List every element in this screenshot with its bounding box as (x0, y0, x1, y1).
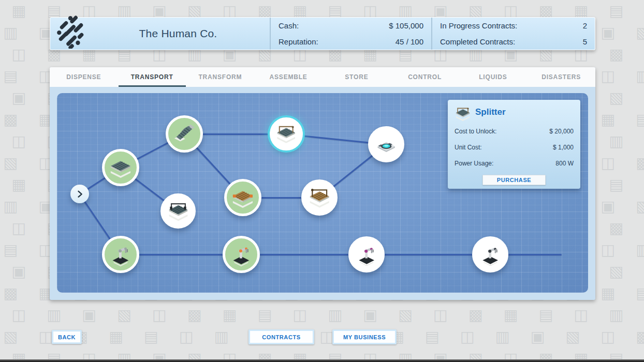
tech-node-crank-conveyor[interactable] (301, 179, 338, 216)
tech-node-robot-arm-4[interactable] (472, 236, 508, 273)
ramp-conveyor-icon (168, 118, 200, 150)
tech-node-roller-conveyor[interactable] (224, 179, 261, 216)
tab-transport[interactable]: TRANSPORT (118, 67, 186, 87)
header-stat-row: In Progress Contracts:2 (432, 18, 595, 34)
company-name: The Human Co. (86, 27, 270, 40)
robot-arm-icon (475, 239, 506, 270)
detail-row: Power Usage:800 W (455, 160, 574, 167)
company-header-left: The Human Co. (50, 18, 270, 50)
detail-value: $ 20,000 (549, 128, 574, 135)
detail-row: Unit Cost:$ 1,000 (455, 144, 574, 151)
back-button[interactable]: BACK (52, 330, 82, 344)
screen-bottom-edge (0, 359, 644, 362)
tech-node-clamp-conveyor[interactable] (160, 193, 196, 229)
game-screen: ▦ ▤ ◫ ▥ ▣ ▧ ◫ ▩ ▦ ▤ ◫ ▥ ▣ ▧ ◫ ▩ ▦ ▤ ◫ ▥ … (0, 0, 644, 362)
header-cash-reputation: Cash:$ 105,000Reputation:45 / 100 (270, 18, 431, 50)
tech-tree-root[interactable] (70, 185, 89, 203)
company-logo-icon (54, 14, 86, 51)
splitter-machine-icon (272, 119, 301, 148)
turntable-icon (371, 129, 402, 160)
stat-value: 2 (583, 21, 587, 30)
company-header: The Human Co. Cash:$ 105,000Reputation:4… (50, 17, 595, 50)
tab-store[interactable]: STORE (323, 67, 391, 87)
chevron-right-icon (70, 185, 89, 203)
tech-tree-canvas: Splitter Cost to Unlock:$ 20,000Unit Cos… (57, 93, 588, 293)
detail-label: Cost to Unlock: (455, 128, 496, 135)
contracts-button[interactable]: CONTRACTS (248, 329, 314, 344)
roller-conveyor-icon (227, 182, 259, 214)
tech-node-ramp-conveyor[interactable] (166, 115, 203, 153)
crank-conveyor-icon (304, 182, 335, 213)
header-stat-row: Completed Contracts:5 (432, 34, 595, 50)
detail-label: Power Usage: (455, 160, 493, 167)
tech-node-robot-arm-2[interactable] (223, 236, 260, 273)
machine-title: Splitter (475, 107, 506, 117)
machine-detail-panel: Splitter Cost to Unlock:$ 20,000Unit Cos… (448, 100, 580, 189)
header-stat-row: Reputation:45 / 100 (271, 34, 431, 50)
clamp-conveyor-icon (163, 196, 193, 226)
my-business-button[interactable]: MY BUSINESS (332, 329, 397, 344)
tech-node-robot-arm-1[interactable] (102, 236, 139, 273)
detail-label: Unit Cost: (455, 144, 482, 151)
robot-arm-icon (225, 238, 257, 270)
stat-label: In Progress Contracts: (440, 21, 517, 30)
detail-row: Cost to Unlock:$ 20,000 (455, 128, 574, 135)
tab-liquids[interactable]: LIQUIDS (459, 67, 528, 87)
header-stat-row: Cash:$ 105,000 (271, 18, 431, 34)
tech-node-belt-conveyor[interactable] (102, 149, 139, 186)
tech-node-splitter[interactable] (270, 117, 303, 150)
robot-arm-icon (105, 238, 137, 270)
tab-transform[interactable]: TRANSFORM (186, 67, 255, 87)
background-pattern-row: ◫ ▥ ▣ ▧ ◫ ▩ ▦ ▤ ◫ ▥ ▣ ▧ ◫ ▩ ▦ ▤ ◫ ▥ ▣ ▧ … (0, 304, 644, 326)
splitter-machine-icon (455, 105, 471, 119)
stat-label: Reputation: (279, 37, 318, 46)
tab-assemble[interactable]: ASSEMBLE (254, 67, 323, 87)
background-pattern-row: ▧ ◫ ▩ ▦ ▤ ◫ ▥ ▣ ▧ ◫ ▩ ▦ ▤ ◫ ▥ ▣ ▧ ◫ ▩ ▦ … (0, 326, 644, 348)
detail-value: 800 W (555, 160, 574, 167)
stat-value: $ 105,000 (389, 21, 423, 30)
stat-label: Completed Contracts: (440, 37, 515, 46)
machine-catalog-panel: DISPENSETRANSPORTTRANSFORMASSEMBLESTOREC… (50, 67, 595, 300)
tech-node-turntable[interactable] (368, 126, 404, 162)
tab-dispense[interactable]: DISPENSE (50, 67, 118, 87)
header-contracts: In Progress Contracts:2Completed Contrac… (431, 18, 595, 50)
stat-label: Cash: (279, 21, 299, 30)
tab-control[interactable]: CONTROL (391, 67, 459, 87)
detail-value: $ 1,000 (553, 144, 574, 151)
tech-node-robot-arm-3[interactable] (348, 236, 385, 273)
purchase-button[interactable]: PURCHASE (482, 175, 546, 185)
tech-edge (241, 254, 367, 255)
tab-disasters[interactable]: DISASTERS (527, 67, 595, 87)
robot-arm-icon (351, 239, 382, 270)
stat-value: 5 (583, 37, 587, 46)
belt-conveyor-icon (105, 152, 137, 184)
stat-value: 45 / 100 (396, 37, 423, 46)
detail-header: Splitter (455, 105, 574, 119)
category-tabs: DISPENSETRANSPORTTRANSFORMASSEMBLESTOREC… (50, 67, 595, 87)
